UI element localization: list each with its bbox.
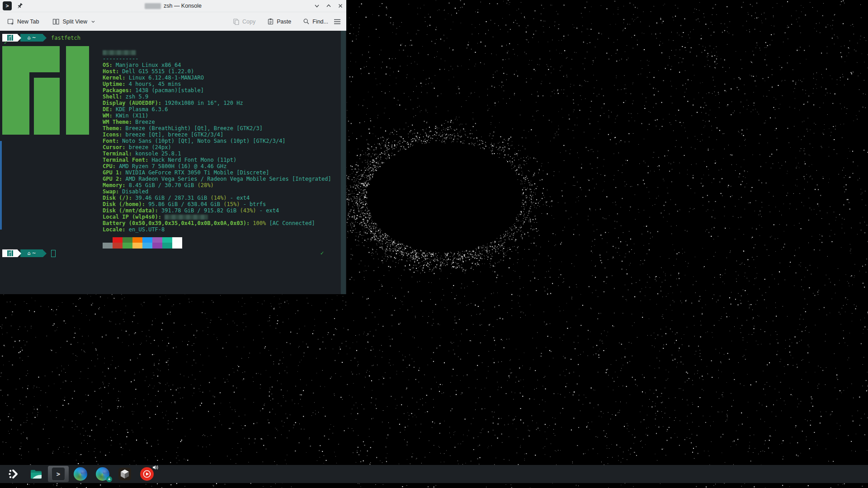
terminal-line: Swap: Disabled [103, 188, 148, 195]
terminal-color-palette-row1 [103, 237, 182, 243]
color-swatch [172, 237, 182, 243]
paste-button[interactable]: Paste [264, 15, 295, 28]
prompt-status-check: ✓ [4, 40, 8, 46]
app-launcher-button[interactable] [4, 466, 24, 482]
maximize-button[interactable] [326, 3, 332, 9]
taskbar-edge-browser-profile[interactable]: + [92, 466, 113, 482]
terminal-color-palette-row2 [103, 243, 182, 249]
terminal-line: Disk (/mnt/data): 391.78 GiB / 915.82 Gi… [103, 207, 279, 214]
terminal-line: GPU 2: AMD Radeon Vega Series / Radeon V… [103, 176, 331, 182]
terminal-viewport[interactable]: ⌂~ fastfetch ✓ -----------OS: Manjaro Li… [0, 31, 346, 294]
manjaro-mini-icon [7, 250, 13, 256]
menu-hamburger-icon[interactable] [334, 19, 341, 25]
color-swatch [152, 243, 162, 249]
terminal-line: Disk (/home): 95.86 GiB / 638.04 GiB (15… [103, 201, 266, 207]
color-swatch [142, 243, 152, 249]
terminal-cursor [51, 250, 56, 257]
terminal-line: DE: KDE Plasma 6.3.6 [103, 106, 168, 113]
find-button[interactable]: Find... [299, 15, 332, 28]
terminal-line: WM Theme: Breeze [103, 119, 155, 125]
terminal-line: Battery (0x50,0x39,0x35,0x41,0x0B,0x0A,0… [103, 220, 315, 226]
cube-app-icon [118, 467, 132, 481]
redacted-hostname [145, 3, 161, 9]
paste-icon [267, 18, 274, 25]
color-swatch [152, 237, 162, 243]
plus-badge: + [106, 476, 112, 482]
color-swatch [132, 237, 142, 243]
color-swatch [132, 243, 142, 249]
terminal-line: Locale: en_US.UTF-8 [103, 226, 165, 233]
taskbar-dolphin[interactable] [26, 466, 47, 482]
copy-icon [233, 18, 240, 25]
search-icon [303, 18, 310, 25]
new-tab-button[interactable]: New Tab [4, 15, 42, 28]
scroll-position-indicator [0, 141, 2, 230]
manjaro-logo [2, 46, 89, 135]
terminal-line: Memory: 8.45 GiB / 30.70 GiB (28%) [103, 182, 214, 188]
terminal-line: Disk (/): 39.46 GiB / 287.31 GiB (14%) -… [103, 195, 250, 201]
terminal-scrollbar[interactable] [341, 31, 346, 294]
youtube-music-icon [140, 467, 154, 481]
split-view-icon [52, 18, 60, 25]
konsole-icon: > [52, 467, 65, 481]
terminal-line: OS: Manjaro Linux x86_64 [103, 62, 181, 68]
konsole-toolbar: New Tab Split View Copy Paste [0, 12, 346, 31]
terminal-line: Shell: zsh 5.9 [103, 94, 148, 100]
right-status-check: ✓ [320, 250, 324, 256]
edge-browser-icon [74, 467, 87, 481]
terminal-line [103, 49, 136, 56]
minimize-button[interactable] [314, 3, 320, 9]
new-tab-icon [7, 18, 14, 25]
terminal-line: Terminal: konsole 25.8.1 [103, 150, 181, 157]
prompt-distro-segment [2, 249, 18, 257]
shell-prompt: ⌂~ fastfetch [2, 34, 80, 42]
color-swatch [123, 243, 132, 249]
konsole-window: > zsh — Konsole New Tab [0, 0, 346, 294]
window-titlebar[interactable]: > zsh — Konsole [0, 0, 346, 12]
terminal-line: GPU 1: NVIDIA GeForce RTX 3050 Ti Mobile… [103, 169, 269, 176]
taskbar-youtube-music[interactable] [137, 466, 157, 482]
close-button[interactable] [337, 3, 344, 9]
terminal-line: Icons: breeze [Qt], breeze [GTK2/3/4] [103, 131, 223, 138]
terminal-line: Host: Dell G15 5515 (1.22.0) [103, 68, 194, 75]
terminal-line: Local IP (wlp4s0): [103, 214, 208, 220]
color-swatch [113, 243, 123, 249]
color-swatch [142, 237, 152, 243]
terminal-line: CPU: AMD Ryzen 7 5800H (16) @ 4.46 GHz [103, 163, 227, 169]
command-text: fastfetch [51, 35, 80, 41]
taskbar-cube-app[interactable] [114, 466, 135, 482]
window-title: zsh — Konsole [0, 0, 346, 12]
taskbar-edge-browser[interactable] [70, 466, 91, 482]
terminal-line: WM: KWin (X11) [103, 113, 148, 119]
konsole-app-icon: > [3, 1, 12, 10]
taskbar-panel: > + [0, 465, 868, 483]
home-icon: ⌂ [27, 35, 30, 41]
color-swatch [162, 243, 172, 249]
terminal-line: Font: Noto Sans (10pt) [Qt], Noto Sans (… [103, 138, 286, 144]
chevron-down-icon [91, 19, 95, 24]
app-launcher-icon [7, 467, 21, 481]
terminal-line: Theme: Breeze (BreathLight) [Qt], Breeze… [103, 125, 263, 131]
color-swatch [103, 243, 113, 249]
shell-prompt-bottom: ⌂~ [2, 249, 56, 257]
prompt-path-segment: ⌂~ [20, 34, 43, 42]
terminal-line: ----------- [103, 56, 138, 62]
color-swatch [123, 237, 132, 243]
dolphin-file-manager-icon [29, 467, 43, 481]
prompt-path-segment: ⌂~ [20, 249, 43, 257]
terminal-line: Display (AUOED8F): 868x488 in 16", 120… [103, 100, 243, 106]
color-swatch [113, 237, 123, 243]
color-swatch [162, 237, 172, 243]
redacted-text [165, 215, 208, 220]
redacted-text [103, 50, 136, 55]
terminal-line: Packages: 1438 (pacman)[stable] [103, 87, 204, 94]
taskbar-konsole-active[interactable]: > [48, 466, 69, 482]
manjaro-mini-icon [7, 35, 13, 41]
color-swatch [172, 243, 182, 249]
pin-icon[interactable] [16, 2, 24, 9]
home-icon: ⌂ [27, 250, 30, 256]
split-view-button[interactable]: Split View [49, 15, 99, 28]
copy-button[interactable]: Copy [229, 15, 259, 28]
terminal-line: Uptime: 4 hours, 45 mins [103, 81, 181, 87]
terminal-line: Kernel: Linux 6.12.48-1-MANJARO [103, 75, 204, 81]
